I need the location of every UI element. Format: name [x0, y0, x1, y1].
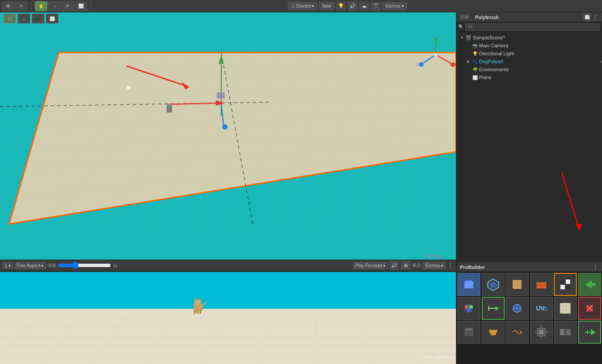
svg-rect-84 [560, 280, 565, 284]
play-focused-dropdown[interactable]: Play Focused ▾ [353, 262, 388, 269]
pb-material-btn[interactable] [506, 273, 529, 296]
dir-light-label: Directional Light [479, 51, 514, 56]
hierarchy-environments[interactable]: 🌳 Environments [456, 65, 602, 73]
aspect-label: Free Aspect [17, 263, 40, 268]
pb-smoothing-btn[interactable] [554, 297, 577, 320]
scene-gizmos-btn[interactable]: Gizmos ▾ [382, 2, 407, 10]
pb-vertex-colors-btn[interactable] [457, 297, 480, 320]
pb-poly-shape-btn[interactable] [482, 273, 505, 296]
svg-text:Y: Y [437, 34, 440, 39]
camera-icon: 📷 [472, 43, 478, 48]
svg-rect-35 [217, 92, 225, 98]
svg-point-46 [419, 62, 423, 67]
game-audio-btn[interactable]: 🔊 [389, 261, 399, 270]
hierarchy-main-camera[interactable]: 📷 Main Camera [456, 42, 602, 50]
layer-value: 1 [5, 263, 8, 268]
toolbar-sep-2 [91, 2, 91, 11]
svg-text:2D: 2D [541, 306, 548, 311]
dog-icon: 🐾 [472, 59, 478, 64]
pb-uv-btn[interactable]: UV2D [530, 297, 553, 320]
environments-label: Environments [479, 67, 509, 72]
toolbar-rotate-btn[interactable]: ⟳ [61, 1, 74, 11]
scene-inner-toolbar: ⬡ ↔ ⬛ ⬜ [0, 12, 62, 25]
pb-merge-btn[interactable] [482, 297, 505, 320]
dog-polyart-label: DogPolyart [479, 59, 503, 64]
play-mode-label: Play Focused [356, 263, 383, 268]
scene-more-btn[interactable]: ⋮ [447, 14, 453, 21]
svg-marker-126 [591, 329, 595, 335]
samplescene-label: SampleScene* [473, 35, 505, 40]
hierarchy-dir-light[interactable]: 💡 Directional Light [456, 50, 602, 57]
svg-marker-88 [585, 280, 595, 289]
svg-marker-76 [490, 281, 497, 289]
pb-flip-normals-btn[interactable] [506, 297, 529, 320]
pb-row-3 [457, 321, 601, 344]
layer-dropdown[interactable]: 1 ▾ [3, 262, 13, 269]
svg-rect-69 [194, 310, 196, 314]
probuilder-title: ProBuilder [460, 264, 485, 270]
scene-effects-btn[interactable]: ☁ [359, 2, 369, 11]
hierarchy-search-input[interactable] [465, 23, 600, 31]
main-content: < Persp Y X Z [0, 12, 602, 364]
plane-icon: ⬜ [472, 75, 478, 80]
svg-rect-86 [560, 285, 565, 289]
svg-rect-66 [195, 299, 201, 305]
svg-rect-87 [566, 285, 570, 289]
svg-rect-70 [197, 310, 199, 314]
scene-move-btn[interactable]: ↔ [18, 14, 30, 23]
pb-export-btn[interactable] [578, 273, 601, 296]
probuilder-grid: UV2D [456, 272, 602, 364]
pb-shadow-btn[interactable] [457, 321, 480, 344]
scale-slider[interactable] [58, 263, 111, 268]
scene-cube-btn[interactable]: ⬛ [32, 14, 44, 23]
svg-rect-65 [194, 304, 203, 311]
dog-expand-arrow: › [600, 58, 602, 65]
scene-camera-btn[interactable]: 🎬 [371, 2, 380, 11]
hierarchy-plane[interactable]: ⬜ Plane [456, 73, 602, 81]
gizmos-dropdown[interactable]: Gizmos ▾ [423, 262, 445, 269]
scene-lighting-btn[interactable]: 💡 [336, 2, 346, 11]
probuilder-panel: ProBuilder ⋮ [456, 262, 602, 364]
toolbar-move-btn[interactable]: ↔ [48, 1, 61, 11]
svg-rect-33 [168, 103, 171, 107]
toolbar-grid-btn[interactable]: ⊞ [2, 1, 14, 11]
svg-rect-120 [560, 329, 564, 335]
probuilder-more-btn[interactable]: ⋮ [592, 264, 598, 271]
panel-collapse-btn[interactable]: ⬜ [583, 14, 590, 21]
toolbar-hand-btn[interactable]: ✋ [35, 1, 47, 11]
hierarchy-search-bar: 🔍 [456, 22, 602, 32]
scene-icon: 🎬 [465, 35, 472, 41]
pb-boolean-btn[interactable] [578, 321, 601, 344]
svg-point-31 [222, 124, 227, 130]
svg-rect-74 [466, 280, 472, 281]
pb-strip-btn[interactable] [482, 321, 505, 344]
tree-arrow-dog: ▶ [467, 59, 472, 64]
svg-text:X: X [454, 62, 456, 67]
panel-more-btn[interactable]: ⋮ [592, 14, 598, 21]
game-stats-btn[interactable]: ⊞ [401, 261, 410, 270]
main-camera-label: Main Camera [479, 43, 508, 48]
pb-row-2: UV2D [457, 297, 601, 320]
polybrush-title: Polybrush [475, 15, 499, 20]
svg-point-91 [469, 305, 473, 309]
pb-set-pivot-btn[interactable] [530, 321, 553, 344]
pb-offset-btn[interactable] [506, 321, 529, 344]
scene-shading-dropdown[interactable]: ⬡ Shaded ▾ [288, 2, 317, 10]
scene-box-btn[interactable]: ⬡ [4, 14, 16, 23]
pb-pb-stencil-btn[interactable] [578, 297, 601, 320]
hierarchy-samplescene[interactable]: ▼ 🎬 SampleScene* [456, 34, 602, 42]
toolbar-scale-btn[interactable]: ⬜ [75, 1, 87, 11]
scene-2d-btn[interactable]: false [319, 2, 334, 10]
pb-subdivide-btn[interactable] [554, 273, 577, 296]
right-panel: 层级 Polybrush ⬜ ⋮ 🔍 ▼ 🎬 SampleScene* [456, 12, 602, 364]
pb-extrude-btn[interactable] [530, 273, 553, 296]
game-more-btn[interactable]: ⋮ [447, 262, 453, 269]
pb-mirror-btn[interactable] [554, 321, 577, 344]
aspect-dropdown[interactable]: Free Aspect ▾ [15, 262, 46, 269]
scene-audio-btn[interactable]: 🔊 [348, 2, 357, 11]
pb-new-shape-btn[interactable] [457, 273, 480, 296]
layers-label: 层级 [460, 14, 469, 20]
toolbar-menu-btn[interactable]: ≡ [15, 1, 27, 11]
hierarchy-dog-polyart[interactable]: ▶ 🐾 DogPolyart › [456, 57, 602, 65]
scene-sphere-btn[interactable]: ⬜ [46, 14, 58, 23]
